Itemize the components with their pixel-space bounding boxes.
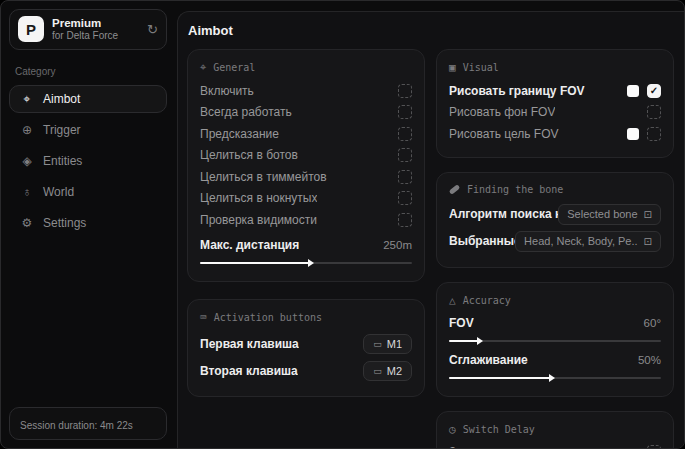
page-title: Aimbot xyxy=(188,23,684,38)
switch-delay-checkbox[interactable] xyxy=(647,445,661,448)
main-header: Aimbot xyxy=(178,12,684,47)
fov-background-row: Рисовать фон FOV xyxy=(449,102,661,124)
slider-label: FOV xyxy=(449,316,474,330)
section-title: Switch Delay xyxy=(463,424,535,435)
selected-bones-dropdown[interactable]: Head, Neck, Body, Pe.. ⊡ xyxy=(515,231,661,252)
activation-card-header: ⌨ Activation buttons xyxy=(200,311,412,324)
selected-bones-row: Выбранные кос Head, Neck, Body, Pe.. ⊡ xyxy=(449,228,661,255)
always-work-checkbox[interactable] xyxy=(398,105,412,119)
fov-target-row: Рисовать цель FOV xyxy=(449,123,661,145)
crosshair-icon: ⌖ xyxy=(20,92,34,106)
toggle-label: Целиться в нокнутых xyxy=(200,191,317,205)
switch-delay-card: ◷ Switch Delay Задержка переключения Зад… xyxy=(436,411,674,449)
toggle-row-always-work: Всегда работать xyxy=(200,102,412,124)
gear-icon: ⚙ xyxy=(20,216,34,230)
bone-algorithm-dropdown[interactable]: Selected bone ⊡ xyxy=(558,204,661,225)
fov-target-checkbox[interactable] xyxy=(647,127,661,141)
refresh-icon[interactable]: ↻ xyxy=(147,22,158,37)
smoothing-slider[interactable] xyxy=(449,374,661,382)
toggle-label: Предсказание xyxy=(200,127,279,141)
sidebar-item-label: Trigger xyxy=(43,123,81,137)
fov-background-checkbox[interactable] xyxy=(647,105,661,119)
max-distance-value: 250m xyxy=(383,239,412,251)
sidebar-item-label: Entities xyxy=(43,154,82,168)
fov-value: 60° xyxy=(644,317,661,329)
globe-icon: ♁ xyxy=(20,185,34,199)
left-column: ⌖ General Включить Всегда работать Предс… xyxy=(187,49,425,448)
slider-thumb[interactable] xyxy=(308,259,314,267)
fov-target-color-swatch[interactable] xyxy=(627,128,639,140)
toggle-label: Целиться в ботов xyxy=(200,148,298,162)
toggle-label: Рисовать цель FOV xyxy=(449,127,559,141)
dropdown-value: Head, Neck, Body, Pe.. xyxy=(524,235,638,247)
slider-label: Сглаживание xyxy=(449,353,528,367)
second-key-button[interactable]: ▭ M2 xyxy=(363,361,412,381)
switch-delay-card-header: ◷ Switch Delay xyxy=(449,423,661,436)
prediction-checkbox[interactable] xyxy=(398,127,412,141)
slider-thumb[interactable] xyxy=(549,374,555,382)
sidebar-item-label: Aimbot xyxy=(43,92,80,106)
keyboard-icon: ⌨ xyxy=(200,311,207,324)
smoothing-value: 50% xyxy=(638,354,661,366)
fov-border-color-swatch[interactable] xyxy=(627,85,639,97)
keybind-label: Вторая клавиша xyxy=(200,364,298,378)
sidebar-item-settings[interactable]: ⚙ Settings xyxy=(9,209,167,237)
slider-fill xyxy=(200,262,310,264)
premium-title: Premium xyxy=(52,16,139,30)
sidebar: P Premium for Delta Force ↻ Category ⌖ A… xyxy=(1,1,175,448)
premium-card: P Premium for Delta Force ↻ xyxy=(9,9,167,50)
content-columns: ⌖ General Включить Всегда работать Предс… xyxy=(178,47,684,448)
target-knocked-checkbox[interactable] xyxy=(398,191,412,205)
fov-slider[interactable] xyxy=(449,337,661,345)
toggle-row-visibility-check: Проверка видимости xyxy=(200,209,412,231)
max-distance-row: Макс. дистанция 250m xyxy=(200,235,412,257)
sidebar-item-aimbot[interactable]: ⌖ Aimbot xyxy=(9,85,167,113)
toggle-row-target-knocked: Целиться в нокнутых xyxy=(200,188,412,210)
bone-algorithm-row: Алгоритм поиска кост Selected bone ⊡ xyxy=(449,201,661,228)
keybind-value: M2 xyxy=(387,365,402,377)
enable-checkbox[interactable] xyxy=(398,84,412,98)
target-teammates-checkbox[interactable] xyxy=(398,170,412,184)
bone-card-header: Finding the bone xyxy=(449,184,661,195)
slider-fill xyxy=(449,377,551,379)
toggle-row-enable: Включить xyxy=(200,80,412,102)
controls: ✓ xyxy=(627,84,661,98)
sidebar-nav: ⌖ Aimbot ⊕ Trigger ◈ Entities ♁ World ⚙ … xyxy=(9,85,167,237)
general-card: ⌖ General Включить Всегда работать Предс… xyxy=(187,49,425,282)
expand-icon: ⊡ xyxy=(644,236,652,247)
sidebar-item-world[interactable]: ♁ World xyxy=(9,178,167,206)
triangle-icon: △ xyxy=(449,294,456,307)
accuracy-card-header: △ Accuracy xyxy=(449,294,661,307)
sidebar-item-entities[interactable]: ◈ Entities xyxy=(9,147,167,175)
fov-border-checkbox[interactable]: ✓ xyxy=(647,84,661,98)
section-title: Visual xyxy=(463,62,499,73)
section-title: Finding the bone xyxy=(467,184,563,195)
session-duration: Session duration: 4m 22s xyxy=(20,420,156,431)
toggle-label: Всегда работать xyxy=(200,105,292,119)
visibility-check-checkbox[interactable] xyxy=(398,213,412,227)
main-panel: Aimbot ⌖ General Включить Всегда работат… xyxy=(177,11,684,448)
first-key-button[interactable]: ▭ M1 xyxy=(363,334,412,354)
slider-thumb[interactable] xyxy=(477,337,483,345)
switch-delay-toggle-row: Задержка переключения xyxy=(449,442,661,449)
premium-text: Premium for Delta Force xyxy=(52,16,139,43)
fov-slider-row: FOV 60° xyxy=(449,313,661,335)
toggle-label: Проверка видимости xyxy=(200,213,317,227)
category-label: Category xyxy=(15,66,161,77)
dropdown-value: Selected bone xyxy=(567,208,637,220)
first-key-row: Первая клавиша ▭ M1 xyxy=(200,330,412,357)
smoothing-slider-row: Сглаживание 50% xyxy=(449,349,661,371)
sidebar-item-trigger[interactable]: ⊕ Trigger xyxy=(9,116,167,144)
sidebar-item-label: Settings xyxy=(43,216,86,230)
app-window: P Premium for Delta Force ↻ Category ⌖ A… xyxy=(0,0,685,449)
toggle-row-target-bots: Целиться в ботов xyxy=(200,145,412,167)
toggle-row-prediction: Предсказание xyxy=(200,123,412,145)
session-box: Session duration: 4m 22s xyxy=(9,407,167,440)
target-bots-checkbox[interactable] xyxy=(398,148,412,162)
toggle-label: Рисовать фон FOV xyxy=(449,105,555,119)
second-key-row: Вторая клавиша ▭ M2 xyxy=(200,357,412,384)
toggle-row-target-teammates: Целиться в тиммейтов xyxy=(200,166,412,188)
keybind-value: M1 xyxy=(387,338,402,350)
max-distance-slider[interactable] xyxy=(200,259,412,267)
toggle-label: Включить xyxy=(200,84,254,98)
